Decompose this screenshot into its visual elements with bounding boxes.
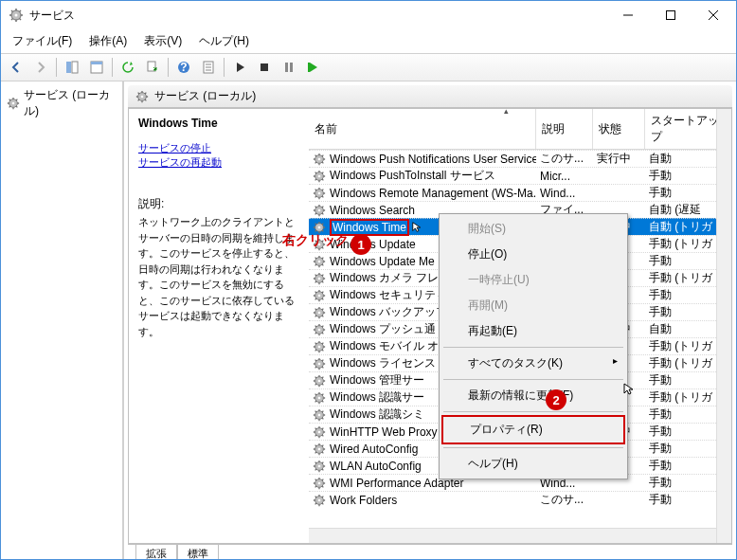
tree-root-label: サービス (ローカル)	[24, 87, 117, 119]
ctx-refresh[interactable]: 最新の情報に更新(F)	[441, 383, 625, 408]
ctx-properties[interactable]: プロパティ(R)	[441, 415, 625, 444]
column-status[interactable]: 状態	[593, 109, 645, 149]
minimize-button[interactable]	[606, 2, 649, 28]
window-title: サービス	[29, 8, 606, 24]
svg-rect-13	[290, 63, 293, 72]
gear-icon	[313, 204, 326, 217]
gear-icon	[313, 272, 326, 285]
gear-icon	[313, 306, 326, 319]
refresh-button[interactable]	[117, 56, 139, 79]
service-list: 名前▴ 説明 状態 スタートアップ Windows Push Notificat…	[309, 109, 731, 543]
tab-extended[interactable]: 拡張	[135, 545, 177, 560]
tree-pane: サービス (ローカル)	[1, 81, 124, 560]
pause-service-button[interactable]	[278, 56, 300, 79]
context-menu: 開始(S) 停止(O) 一時停止(U) 再開(M) 再起動(E) すべてのタスク…	[439, 213, 628, 479]
menu-view[interactable]: 表示(V)	[136, 31, 189, 51]
description-label: 説明:	[138, 196, 299, 212]
horizontal-scrollbar[interactable]	[309, 528, 716, 543]
service-row[interactable]: Windows Push Notifications User Service.…	[309, 150, 731, 167]
forward-button[interactable]	[29, 56, 52, 79]
menu-file[interactable]: ファイル(F)	[5, 31, 80, 51]
ctx-alltasks[interactable]: すべてのタスク(K)	[441, 351, 625, 376]
ctx-resume: 再開(M)	[441, 293, 625, 318]
gear-icon	[313, 323, 326, 336]
stop-service-button[interactable]	[253, 56, 276, 79]
ctx-start: 開始(S)	[441, 216, 625, 242]
service-name: Windows カメラ フレ	[330, 270, 439, 286]
menubar: ファイル(F) 操作(A) 表示(V) ヘルプ(H)	[1, 29, 736, 53]
svg-rect-12	[285, 63, 288, 72]
column-name[interactable]: 名前▴	[309, 109, 536, 149]
back-button[interactable]	[5, 56, 27, 79]
gear-icon	[313, 357, 326, 370]
column-description[interactable]: 説明	[536, 109, 593, 149]
gear-icon	[7, 97, 20, 110]
restart-service-button[interactable]	[302, 56, 325, 79]
service-name: WLAN AutoConfig	[330, 460, 422, 473]
stop-service-link[interactable]: サービスの停止	[138, 141, 299, 155]
gear-icon	[313, 391, 326, 405]
svg-rect-6	[91, 62, 102, 64]
service-name: Windows セキュリティ	[330, 287, 447, 303]
gear-icon	[313, 340, 326, 353]
help-button[interactable]: ?	[172, 56, 195, 79]
service-name: Windows 認識サー	[330, 389, 424, 406]
description-text: ネットワーク上のクライアントとサーバーの日時の同期を維持します。このサービスを停…	[138, 214, 299, 339]
cursor-icon	[622, 382, 638, 397]
vertical-scrollbar[interactable]	[716, 109, 731, 543]
gear-icon	[313, 477, 326, 490]
service-desc: このサ...	[536, 492, 593, 508]
close-button[interactable]	[692, 2, 734, 28]
gear-icon	[313, 255, 326, 268]
menu-help[interactable]: ヘルプ(H)	[191, 31, 257, 51]
service-row[interactable]: Work Foldersこのサ...手動	[309, 491, 731, 508]
service-name: Windows PushToInstall サービス	[330, 168, 495, 184]
start-service-button[interactable]	[228, 56, 251, 79]
service-name: Windows ライセンス	[330, 355, 436, 371]
ctx-restart[interactable]: 再起動(E)	[441, 318, 625, 344]
svg-rect-3	[66, 62, 71, 73]
gear-icon	[313, 443, 326, 456]
titlebar: サービス	[1, 1, 736, 29]
service-name: Windows 管理サー	[330, 372, 424, 388]
svg-rect-11	[261, 63, 268, 71]
annotation-number-2: 2	[546, 389, 566, 410]
service-desc: Wind...	[536, 187, 593, 200]
view-button[interactable]	[61, 56, 83, 79]
show-hide-button[interactable]	[85, 56, 108, 79]
service-desc: このサ...	[536, 151, 593, 167]
svg-rect-2	[666, 11, 674, 20]
maximize-button[interactable]	[649, 2, 692, 28]
gear-icon	[313, 374, 326, 388]
properties-button[interactable]	[197, 56, 220, 79]
ctx-stop[interactable]: 停止(O)	[441, 242, 625, 267]
gear-icon	[313, 408, 326, 422]
menu-action[interactable]: 操作(A)	[81, 31, 135, 51]
gear-icon	[313, 289, 326, 302]
svg-text:?: ?	[180, 61, 187, 74]
tree-root[interactable]: サービス (ローカル)	[5, 85, 118, 121]
ctx-help[interactable]: ヘルプ(H)	[441, 451, 625, 477]
gear-icon	[313, 153, 326, 166]
service-name: Windows Remote Management (WS-Ma...	[330, 187, 536, 200]
svg-rect-14	[308, 63, 310, 72]
service-name: Work Folders	[330, 494, 397, 507]
cursor-icon	[411, 221, 424, 234]
svg-rect-4	[72, 62, 78, 73]
export-button[interactable]	[141, 56, 164, 79]
gear-icon	[135, 90, 149, 103]
ctx-pause: 一時停止(U)	[441, 267, 625, 293]
service-name: Windows 認識シミ	[330, 406, 424, 423]
restart-service-link[interactable]: サービスの再起動	[138, 155, 299, 170]
service-row[interactable]: Windows Remote Management (WS-Ma...Wind.…	[309, 184, 731, 201]
annotation-rightclick: 右クリック	[282, 232, 349, 249]
service-desc: Micr...	[536, 170, 593, 183]
service-name: Windows モバイル オ	[330, 338, 439, 354]
toolbar: ?	[1, 53, 736, 81]
tab-standard[interactable]: 標準	[177, 545, 219, 560]
selected-service-name: Windows Time	[138, 117, 299, 130]
service-row[interactable]: Windows PushToInstall サービスMicr...手動	[309, 167, 731, 184]
gear-icon	[313, 460, 326, 473]
tabs: 拡張 標準	[128, 544, 732, 560]
service-name: Windows プッシュ通	[330, 321, 436, 337]
